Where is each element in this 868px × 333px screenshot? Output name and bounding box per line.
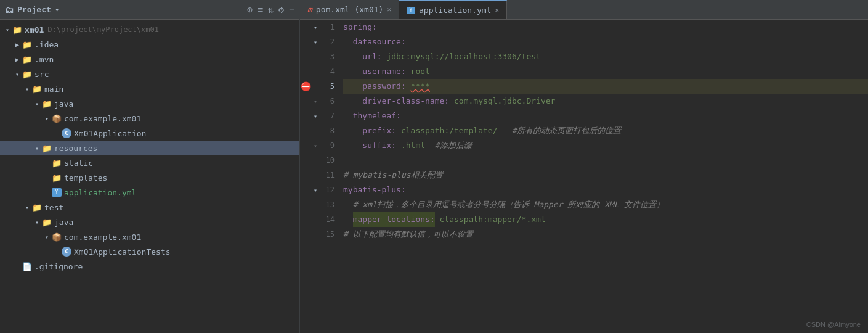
sort-icon[interactable]: ⇅ — [268, 4, 274, 15]
tree-item-application-yml[interactable]: ▶ Y application.yml — [0, 185, 299, 200]
line-num-6: 6 — [330, 94, 338, 109]
expand-arrow-resources: ▾ — [32, 145, 42, 152]
error-gutter-10 — [300, 153, 311, 168]
tab-application-close[interactable]: ✕ — [495, 6, 499, 14]
panel-folder-icon: 🗂 — [5, 5, 14, 15]
tree-item-app-class[interactable]: ▶ C Xm01Application — [0, 126, 299, 141]
fold-gutter: ▾ ▾ ▾ ▾ ▾ ▾ — [311, 20, 320, 333]
file-icon-gitignore: 📄 — [22, 262, 32, 271]
fold-6[interactable]: ▾ — [311, 94, 320, 109]
panel-actions: ⊕ ≡ ⇅ ⚙ − — [247, 4, 294, 15]
tree-item-src[interactable]: ▾ 📁 src — [0, 67, 299, 81]
error-gutter-14 — [300, 212, 311, 227]
folder-icon-main: 📁 — [32, 84, 42, 94]
tree-item-idea[interactable]: ▶ 📁 .idea — [0, 37, 299, 52]
project-tree: ▾ 📁 xm01 D:\project\myProject\xm01 ▶ 📁 .… — [0, 20, 299, 333]
tree-item-main[interactable]: ▾ 📁 main — [0, 81, 299, 96]
token-11-comment: # mybatis-plus相关配置 — [343, 168, 443, 183]
tree-label-tests-class: Xm01ApplicationTests — [74, 247, 171, 257]
line-num-11: 11 — [326, 168, 338, 183]
expand-arrow-mvn: ▶ — [12, 56, 22, 63]
fold-2[interactable]: ▾ — [311, 35, 320, 49]
expand-arrow-idea: ▶ — [12, 41, 22, 48]
tree-label-mvn: .mvn — [34, 55, 54, 64]
tree-item-java-test[interactable]: ▾ 📁 java — [0, 215, 299, 229]
locate-icon[interactable]: ⊕ — [247, 4, 253, 15]
tree-label-resources: resources — [54, 144, 97, 153]
tab-application[interactable]: Y application.yml ✕ — [399, 0, 507, 19]
folder-icon-xm01: 📁 — [12, 25, 22, 35]
project-panel: 🗂 Project ▾ ⊕ ≡ ⇅ ⚙ − ▾ 📁 xm01 D:\projec… — [0, 0, 300, 333]
code-line-11: # mybatis-plus相关配置 — [343, 168, 868, 183]
fold-1[interactable]: ▾ — [311, 20, 320, 35]
token-1-key: spring: — [343, 20, 377, 35]
token-3-val: jdbc:mysql://localhost:3306/test — [382, 49, 541, 64]
tree-label-static: static — [64, 158, 93, 168]
panel-dropdown-icon[interactable]: ▾ — [55, 5, 60, 14]
token-9-comment: #添加后缀 — [425, 138, 471, 153]
settings-icon[interactable]: ⚙ — [278, 4, 284, 15]
code-content[interactable]: spring: datasource: url: jdbc:mysql://lo… — [338, 20, 868, 333]
java-test-class-icon: C — [62, 247, 71, 257]
code-line-4: username: root — [343, 64, 868, 79]
collapse-all-icon[interactable]: ≡ — [258, 4, 263, 15]
error-gutter-7 — [300, 109, 311, 123]
token-8-val: classpath:/template/ — [396, 123, 497, 138]
tree-label-application-yml: application.yml — [64, 188, 136, 197]
fold-10 — [311, 153, 320, 168]
fold-12[interactable]: ▾ — [311, 183, 320, 197]
tree-item-resources[interactable]: ▾ 📁 resources — [0, 141, 299, 155]
line-num-10: 10 — [326, 153, 338, 168]
tree-path-xm01: D:\project\myProject\xm01 — [47, 25, 159, 34]
token-4-val: root — [406, 64, 430, 79]
code-line-14: mapper-locations: classpath:mapper/*.xml — [343, 212, 868, 227]
token-12-key: mybatis-plus: — [343, 183, 406, 197]
package-icon-test: 📦 — [52, 232, 62, 242]
fold-9[interactable]: ▾ — [311, 138, 320, 153]
tree-item-test[interactable]: ▾ 📁 test — [0, 200, 299, 215]
code-line-5: password: **** — [343, 79, 868, 94]
token-14-val: classpath:mapper/*.xml — [435, 212, 546, 227]
line-num-3: 3 — [330, 49, 338, 64]
token-3-key: url: — [362, 49, 381, 64]
tab-application-icon: Y — [407, 7, 415, 14]
line-num-4: 4 — [330, 64, 338, 79]
line-num-1: 1 — [330, 20, 338, 35]
token-14-key: mapper-locations: — [353, 212, 435, 227]
tree-item-xm01[interactable]: ▾ 📁 xm01 D:\project\myProject\xm01 — [0, 22, 299, 37]
tree-label-xm01: xm01 — [25, 25, 44, 35]
error-gutter-6 — [300, 94, 311, 109]
fold-4 — [311, 64, 320, 79]
line-num-15: 15 — [326, 227, 338, 242]
tree-item-static[interactable]: ▶ 📁 static — [0, 155, 299, 170]
fold-15 — [311, 227, 320, 242]
tree-item-mvn[interactable]: ▶ 📁 .mvn — [0, 52, 299, 67]
tree-label-src: src — [34, 70, 49, 79]
folder-icon-static: 📁 — [52, 158, 62, 168]
tree-item-java[interactable]: ▾ 📁 java — [0, 96, 299, 111]
tree-item-package[interactable]: ▾ 📦 com.example.xm01 — [0, 111, 299, 126]
expand-arrow-xm01: ▾ — [2, 27, 12, 33]
tree-item-gitignore[interactable]: ▶ 📄 .gitignore — [0, 259, 299, 274]
expand-arrow-main: ▾ — [22, 86, 32, 92]
error-icon-5: ⛔ — [301, 81, 311, 91]
code-line-9: suffix: .html #添加后缀 — [343, 138, 868, 153]
tab-pom[interactable]: m pom.xml (xm01) ✕ — [300, 0, 399, 19]
expand-arrow-package: ▾ — [42, 115, 52, 122]
tab-pom-close[interactable]: ✕ — [387, 6, 391, 14]
expand-arrow-java-test: ▾ — [32, 219, 42, 226]
folder-icon-resources: 📁 — [42, 144, 52, 153]
line-num-2: 2 — [330, 35, 338, 49]
tree-item-templates[interactable]: ▶ 📁 templates — [0, 170, 299, 185]
expand-arrow-java: ▾ — [32, 101, 42, 107]
fold-14 — [311, 212, 320, 227]
tree-item-package-test[interactable]: ▾ 📦 com.example.xm01 — [0, 229, 299, 244]
fold-13 — [311, 197, 320, 212]
token-8-comment: #所有的动态页面打包后的位置 — [497, 123, 620, 138]
error-gutter-2 — [300, 35, 311, 49]
token-3-indent — [343, 49, 362, 64]
fold-7[interactable]: ▾ — [311, 109, 320, 123]
tree-item-tests-class[interactable]: ▶ C Xm01ApplicationTests — [0, 244, 299, 259]
minimize-icon[interactable]: − — [289, 4, 294, 15]
panel-title-text: Project — [17, 5, 51, 14]
